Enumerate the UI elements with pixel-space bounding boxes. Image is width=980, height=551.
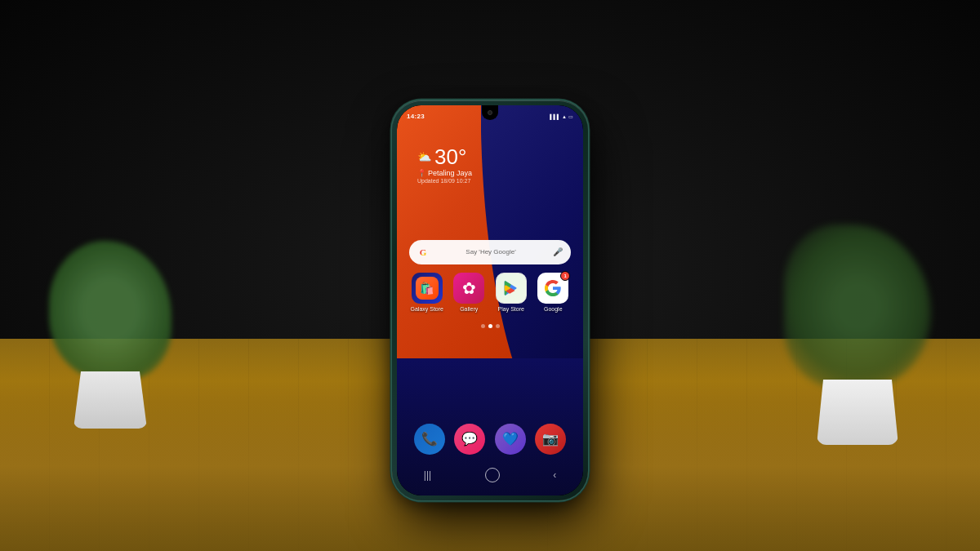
dock-messenger[interactable]: 💙: [495, 424, 526, 455]
recents-button[interactable]: |||: [424, 469, 431, 481]
plant-left: [49, 249, 180, 429]
status-time: 14:23: [407, 113, 425, 120]
scene: 14:23 ▌▌▌ ▲ ▭ ⛅ 30°: [0, 0, 980, 551]
location-pin-icon: 📍: [417, 169, 426, 177]
galaxy-store-inner-icon: 🛍️: [416, 277, 439, 300]
weather-icon: ⛅: [417, 150, 431, 163]
google-icon: 1: [537, 273, 568, 304]
phone-wrapper: 14:23 ▌▌▌ ▲ ▭ ⛅ 30°: [392, 100, 588, 500]
weather-location: 📍 Petaling Jaya: [417, 169, 472, 177]
app-grid: 🛍️ Galaxy Store ✿ Gallery: [409, 273, 571, 312]
dock-phone-icon: 📞: [414, 424, 445, 455]
notch: [482, 105, 498, 120]
dock-camera[interactable]: 📷: [535, 424, 566, 455]
galaxy-store-label: Galaxy Store: [411, 306, 443, 312]
page-dot-3: [496, 324, 500, 328]
page-dot-2: [488, 324, 492, 328]
google-badge: 1: [560, 271, 570, 281]
phone-body: 14:23 ▌▌▌ ▲ ▭ ⛅ 30°: [392, 100, 588, 500]
front-camera: [488, 110, 492, 115]
google-search-bar[interactable]: G Say 'Hey Google' 🎤: [409, 240, 571, 264]
google-label: Google: [544, 306, 563, 312]
gallery-icon: ✿: [453, 273, 484, 304]
page-dot-1: [481, 324, 485, 328]
app-item-gallery[interactable]: ✿ Gallery: [452, 273, 488, 312]
plant-right: [776, 241, 939, 445]
gallery-label: Gallery: [460, 306, 478, 312]
dock-camera-icon: 📷: [535, 424, 566, 455]
dock-messenger-icon: 💙: [495, 424, 526, 455]
wifi-icon: ▲: [562, 114, 567, 119]
weather-temperature: 30°: [434, 146, 466, 167]
dock-messages-icon: 💬: [454, 424, 485, 455]
battery-icon: ▭: [568, 113, 573, 119]
screen: 14:23 ▌▌▌ ▲ ▭ ⛅ 30°: [397, 105, 583, 495]
weather-widget: ⛅ 30° 📍 Petaling Jaya Updated 18/09 10:2…: [417, 146, 472, 184]
app-item-galaxy-store[interactable]: 🛍️ Galaxy Store: [409, 273, 445, 312]
app-item-play-store[interactable]: Play Store: [493, 273, 529, 312]
dock: 📞 💬 💙: [409, 424, 571, 455]
signal-icon: ▌▌▌: [550, 114, 560, 119]
plant-pot-right: [817, 380, 898, 445]
play-store-label: Play Store: [498, 306, 524, 312]
galaxy-store-icon: 🛍️: [412, 273, 443, 304]
home-button[interactable]: [485, 468, 500, 482]
dock-messages[interactable]: 💬: [454, 424, 485, 455]
play-store-icon: [496, 273, 527, 304]
plant-leaves-right: [784, 224, 931, 388]
mic-icon: 🎤: [553, 247, 563, 256]
navigation-bar: ||| ‹: [397, 463, 583, 487]
plant-leaves-left: [49, 241, 172, 380]
plant-pot-left: [74, 371, 147, 429]
app-item-google[interactable]: 1 Google: [536, 273, 572, 312]
back-button[interactable]: ‹: [553, 469, 556, 481]
status-icons: ▌▌▌ ▲ ▭: [550, 113, 573, 119]
search-placeholder: Say 'Hey Google': [434, 248, 548, 256]
page-dots: [397, 324, 583, 328]
google-logo: G: [417, 247, 429, 258]
dock-phone[interactable]: 📞: [414, 424, 445, 455]
weather-updated: Updated 18/09 10:27: [417, 178, 472, 184]
screen-bezel: 14:23 ▌▌▌ ▲ ▭ ⛅ 30°: [397, 105, 583, 495]
